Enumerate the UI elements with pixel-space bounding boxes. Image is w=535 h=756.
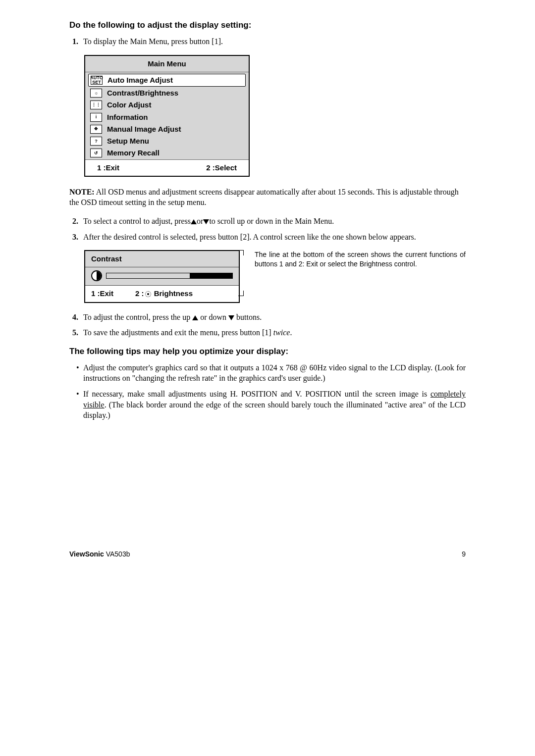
up-arrow-icon <box>191 219 197 224</box>
step-1: To display the Main Menu, press button [… <box>80 36 466 47</box>
tip-1: Adjust the computer's graphics card so t… <box>76 362 466 384</box>
heading-adjust-display: Do the following to adjust the display s… <box>69 20 466 31</box>
info-icon: i <box>90 113 102 122</box>
step-2-text-c: to scroll up or down in the Main Menu. <box>209 217 334 225</box>
step-2-text-b: or <box>197 217 203 225</box>
step-4: To adjust the control, press the up or d… <box>80 312 466 323</box>
step-4-text-b: or down <box>198 313 228 321</box>
main-menu-title: Main Menu <box>85 56 249 72</box>
tip-2-text-a: If necessary, make small adjustments usi… <box>83 390 430 398</box>
contrast-slider[interactable] <box>106 273 233 279</box>
recall-icon: ↺ <box>90 149 102 157</box>
contrast-slider-row <box>85 267 239 285</box>
contrast-brightness-action: 2 : Brightness <box>135 289 193 299</box>
menu-item-contrast-brightness[interactable]: ☼ Contrast/Brightness <box>88 87 246 99</box>
main-menu-items: AUTO SET Auto Image Adjust ☼ Contrast/Br… <box>85 72 249 159</box>
step-3: After the desired control is selected, p… <box>80 232 466 243</box>
footer-brand: ViewSonic <box>69 550 104 558</box>
menu-item-setup-menu[interactable]: ? Setup Menu <box>88 135 246 147</box>
step-2: To select a control to adjust, pressorto… <box>80 216 466 227</box>
step-5-text-a: To save the adjustments and exit the men… <box>83 328 273 337</box>
menu-item-auto-image-adjust[interactable]: AUTO SET Auto Image Adjust <box>88 74 246 87</box>
heading-tips: The following tips may help you optimize… <box>69 346 466 357</box>
down-arrow-icon <box>228 315 234 320</box>
menu-item-color-adjust[interactable]: ⋮⋮ Color Adjust <box>88 99 246 111</box>
main-menu-osd: Main Menu AUTO SET Auto Image Adjust ☼ C… <box>84 55 250 177</box>
step-5-text-c: . <box>290 328 292 337</box>
callout-line-bottom <box>238 291 244 296</box>
note-body: All OSD menus and adjustment screens dis… <box>69 188 459 207</box>
menu-item-label: Color Adjust <box>107 100 151 110</box>
brightness-icon: ☼ <box>90 89 102 98</box>
brightness-icon <box>145 291 151 297</box>
callout-text: The line at the bottom of the screen sho… <box>255 250 466 303</box>
contrast-title: Contrast <box>85 251 239 267</box>
menu-item-label: Memory Recall <box>107 148 160 158</box>
menu-item-label: Setup Menu <box>107 136 149 146</box>
tip-2-text-b: . (The black border around the edge of t… <box>83 401 466 420</box>
footer-exit: 1 :Exit <box>97 163 119 173</box>
auto-set-icon: AUTO SET <box>91 76 103 85</box>
menu-item-information[interactable]: i Information <box>88 111 246 123</box>
tip-2: If necessary, make small adjustments usi… <box>76 389 466 421</box>
footer-select: 2 :Select <box>206 163 237 173</box>
step-4-text-c: buttons. <box>234 313 262 321</box>
menu-item-label: Information <box>107 112 148 122</box>
note-paragraph: NOTE: All OSD menus and adjustment scree… <box>69 187 466 208</box>
footer-left: ViewSonic VA503b <box>69 550 130 559</box>
color-icon: ⋮⋮ <box>90 101 102 109</box>
page-footer: ViewSonic VA503b 9 <box>69 550 466 559</box>
footer-model: VA503b <box>104 550 130 558</box>
step-5-twice: twice <box>273 328 290 337</box>
note-label: NOTE: <box>69 188 95 196</box>
contrast-exit: 1 :Exit <box>91 289 113 299</box>
menu-item-memory-recall[interactable]: ↺ Memory Recall <box>88 147 246 159</box>
step-4-text-a: To adjust the control, press the up <box>83 313 192 321</box>
setup-icon: ? <box>90 137 102 146</box>
menu-item-label: Manual Image Adjust <box>107 124 181 134</box>
contrast-osd: Contrast 1 :Exit 2 : Brightness <box>84 250 240 303</box>
main-menu-footer: 1 :Exit 2 :Select <box>85 159 249 176</box>
up-arrow-icon <box>192 315 198 320</box>
step-2-text-a: To select a control to adjust, press <box>83 217 191 225</box>
manual-adjust-icon: ✥ <box>90 125 102 134</box>
contrast-icon <box>91 270 102 281</box>
step-5: To save the adjustments and exit the men… <box>80 327 466 338</box>
menu-item-manual-image-adjust[interactable]: ✥ Manual Image Adjust <box>88 123 246 135</box>
callout-line-top <box>238 250 244 255</box>
menu-item-label: Contrast/Brightness <box>107 88 178 98</box>
down-arrow-icon <box>203 219 209 224</box>
menu-item-label: Auto Image Adjust <box>107 75 173 85</box>
page-number: 9 <box>462 550 466 559</box>
contrast-footer-2-prefix: 2 : <box>135 289 144 298</box>
contrast-footer: 1 :Exit 2 : Brightness <box>85 285 239 302</box>
contrast-slider-fill <box>190 273 232 278</box>
contrast-footer-2-label: Brightness <box>152 289 193 298</box>
